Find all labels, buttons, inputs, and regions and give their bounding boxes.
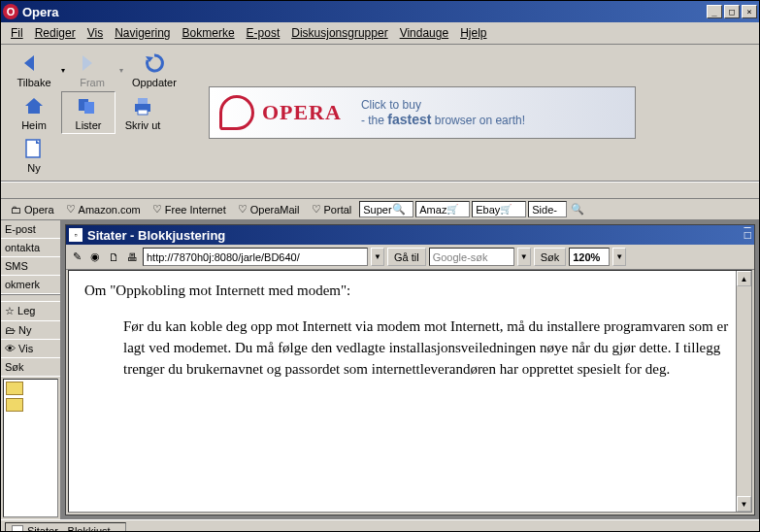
zoom-dropdown-button[interactable]: ▼ [612,248,626,266]
lists-button[interactable]: Lister [61,91,116,134]
heart-icon: ♡ [312,203,321,216]
document-title-bar: ▫ Sitater - Blokkjustering _ □ × [66,225,754,245]
address-bar: ✎ ◉ 🗋 🖶 http://7870h0j:8080/jarle/BD640/… [66,245,754,270]
new-page-icon [22,137,46,160]
bookmark-amazon[interactable]: ♡Amazon.com [60,201,147,217]
magnify-icon[interactable]: 🔍 [571,203,584,216]
task-label: Sitater - Blokkjust... [27,525,119,533]
heart-icon: ♡ [66,203,76,216]
banner-tagline: Click to buy - the fastest browser on ea… [361,98,525,127]
sidebar-bokmerke[interactable]: okmerk [1,276,60,294]
close-button[interactable]: × [742,5,757,18]
print-icon [131,94,154,117]
print-icon[interactable]: 🖶 [124,249,140,265]
doc-maximize-button[interactable]: □ [744,228,751,242]
sidebar-divider [1,294,60,302]
ad-banner[interactable]: OPERA Click to buy - the fastest browser… [209,86,636,139]
maximize-button[interactable]: □ [724,5,740,18]
document-icon: ▫ [69,228,83,242]
opera-o-icon [219,95,254,130]
sidebar-ny[interactable]: 🗁 Ny [1,321,60,340]
content-heading: Om "Oppkobling mot Internett med modem": [84,283,736,299]
title-bar: O Opera _ □ × [1,1,759,22]
taskbar: Sitater - Blokkjust... [1,519,759,532]
menu-navigering[interactable]: Navigering [109,24,176,42]
wand-icon[interactable]: ✎ [69,249,84,265]
banner-brand: OPERA [262,100,342,125]
magnify-icon: 🔍 [392,203,406,216]
url-input[interactable]: http://7870h0j:8080/jarle/BD640/ [143,248,368,266]
heart-icon: ♡ [152,203,162,216]
go-button[interactable]: Gå til [387,248,426,266]
bookmark-opera[interactable]: 🗀Opera [5,202,60,217]
page-content: Om "Oppkobling mot Internett med modem":… [68,270,752,513]
page-icon[interactable]: 🗋 [106,249,121,265]
heart-icon: ♡ [238,203,248,216]
menu-epost[interactable]: E-post [241,24,286,42]
menu-bar: Fil Rediger Vis Navigering Bokmerke E-po… [1,22,759,45]
search-box-side[interactable]: Side- [528,201,567,217]
new-button[interactable]: Ny [7,134,61,177]
content-body: Før du kan koble deg opp mot Internett v… [123,316,736,380]
zoom-input[interactable]: 120% [569,248,610,266]
menu-bokmerke[interactable]: Bokmerke [177,24,241,42]
bookmark-bar: 🗀Opera ♡Amazon.com ♡Free Internet ♡Opera… [1,199,759,220]
task-tab[interactable]: Sitater - Blokkjust... [5,522,126,533]
svg-rect-4 [138,110,148,115]
toolbar-spacer [1,182,759,199]
cart-icon: 🛒 [446,204,458,215]
document-window: ▫ Sitater - Blokkjustering _ □ × ✎ ◉ 🗋 🖶… [65,224,755,515]
folder-icon: 🗀 [11,204,21,216]
folder-icon[interactable] [6,398,23,412]
doc-minimize-button[interactable]: _ [744,215,751,228]
camera-icon[interactable]: ◉ [87,249,103,265]
vertical-scrollbar[interactable]: ▲ ▼ [736,271,751,512]
search-button[interactable]: Søk [534,248,567,266]
document-title: Sitater - Blokkjustering [87,228,744,243]
minimize-button[interactable]: _ [707,5,722,18]
bookmark-operamail[interactable]: ♡OperaMail [232,201,306,217]
menu-diskusjon[interactable]: Diskusjonsgrupper [285,24,393,42]
bookmark-freeinternet[interactable]: ♡Free Internet [147,201,232,217]
print-button[interactable]: Skriv ut [116,91,170,134]
folder-icon[interactable] [6,382,23,395]
menu-fil[interactable]: Fil [5,24,29,42]
back-arrow-icon [22,51,46,75]
opera-logo-icon: O [3,4,18,19]
sidebar-epost[interactable]: E-post [1,220,60,239]
menu-rediger[interactable]: Rediger [29,24,82,42]
scroll-down-button[interactable]: ▼ [737,496,751,512]
forward-arrow-icon [81,51,104,75]
task-icon [12,525,23,533]
cart-icon: 🛒 [500,204,512,215]
search-box-amaz[interactable]: Amaz🛒 [415,201,470,217]
home-button[interactable]: Heim [7,91,61,134]
menu-hjelp[interactable]: Hjelp [454,24,492,42]
scroll-up-button[interactable]: ▲ [737,271,751,286]
sidebar-kontakt[interactable]: ontakta [1,239,60,257]
sidebar: E-post ontakta SMS okmerk ☆ Leg 🗁 Ny 👁 V… [1,220,61,519]
svg-rect-1 [84,102,94,114]
main-toolbar: Tilbake ▾ Fram ▾ Oppdater Heim Lister [1,45,759,182]
sidebar-leg[interactable]: ☆ Leg [1,302,60,321]
sidebar-sok[interactable]: Søk [1,358,60,377]
back-button[interactable]: Tilbake [7,49,61,91]
menu-vis[interactable]: Vis [82,24,109,42]
url-dropdown-button[interactable]: ▼ [371,248,384,266]
main-area: E-post ontakta SMS okmerk ☆ Leg 🗁 Ny 👁 V… [1,220,759,519]
search-box-super[interactable]: Super🔍 [359,201,413,217]
search-dropdown-button[interactable]: ▼ [517,248,531,266]
window-title: Opera [22,5,705,19]
google-search-input[interactable]: Google-søk [429,248,514,266]
search-box-ebay[interactable]: Ebay🛒 [472,201,526,217]
forward-button[interactable]: Fram [65,49,119,91]
menu-vindauge[interactable]: Vindauge [394,24,455,42]
home-icon [22,94,46,117]
svg-rect-3 [138,98,148,104]
folder-tree[interactable] [3,379,58,517]
reload-button[interactable]: Oppdater [123,49,185,91]
sidebar-sms[interactable]: SMS [1,257,60,276]
bookmark-portal[interactable]: ♡Portal [306,201,358,217]
reload-icon [143,51,166,75]
sidebar-vis[interactable]: 👁 Vis [1,340,60,358]
